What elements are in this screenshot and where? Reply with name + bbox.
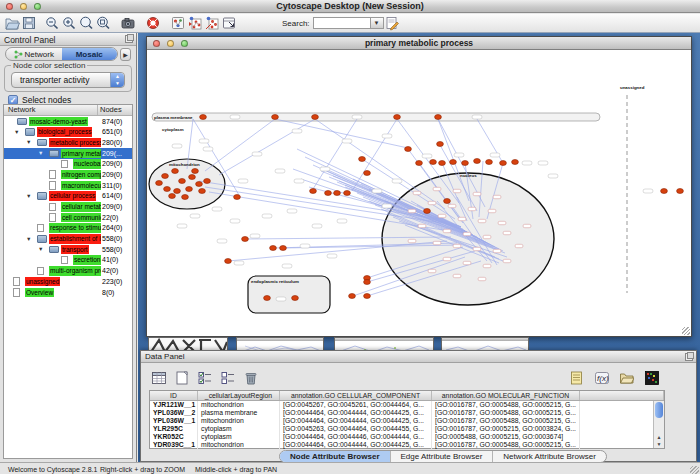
node-label[interactable] xyxy=(548,174,558,178)
zoom-fit-icon[interactable] xyxy=(95,15,112,31)
annotation-icon[interactable] xyxy=(567,368,585,386)
node-label[interactable] xyxy=(523,224,531,227)
table-scrollbar[interactable]: ▲▼ xyxy=(653,401,664,448)
node[interactable] xyxy=(394,115,401,120)
node[interactable] xyxy=(444,199,451,204)
node-label[interactable] xyxy=(438,214,446,217)
minimized-window-thumbnail[interactable] xyxy=(334,337,434,351)
tree-item-biological-process[interactable]: ▼biological_process651(0) xyxy=(4,127,132,138)
network-canvas[interactable]: plasma membranecytoplasmmitochondrionnuc… xyxy=(147,51,691,338)
node-label[interactable] xyxy=(453,274,461,277)
node[interactable] xyxy=(204,179,211,184)
tree-item-macromolecule[interactable]: macromolecule311(0) xyxy=(4,180,132,191)
node-label[interactable] xyxy=(515,244,523,247)
node-label[interactable] xyxy=(503,231,511,234)
node-label[interactable] xyxy=(458,217,466,220)
node-label[interactable] xyxy=(212,207,222,211)
table-row[interactable]: YDR039C__1mitochondrion[GO:0044464, GO:0… xyxy=(150,441,664,449)
node-label[interactable] xyxy=(177,224,187,228)
minimized-window-thumbnail[interactable] xyxy=(236,337,324,351)
minimized-window-thumbnail[interactable] xyxy=(148,337,228,351)
node-label[interactable] xyxy=(282,264,292,268)
node[interactable] xyxy=(430,160,437,165)
node-label[interactable] xyxy=(320,167,330,171)
node-label[interactable] xyxy=(463,232,471,235)
node[interactable] xyxy=(416,161,423,166)
node-label[interactable] xyxy=(408,209,416,212)
node[interactable] xyxy=(359,157,366,162)
node[interactable] xyxy=(272,115,279,120)
zoom-selected-icon[interactable] xyxy=(78,15,95,31)
column-header[interactable]: annotation.GO CELLULAR_COMPONENT xyxy=(280,391,432,400)
node-label[interactable] xyxy=(433,241,441,244)
tree-item-metabolic-process[interactable]: ▼metabolic process280(0) xyxy=(4,137,132,148)
node[interactable] xyxy=(437,142,444,147)
node-label[interactable] xyxy=(342,139,352,143)
node[interactable] xyxy=(661,189,668,194)
node-label[interactable] xyxy=(413,191,421,194)
node[interactable] xyxy=(474,159,481,164)
tree-item-nucleobase-[interactable]: nucleobase-209(0) xyxy=(4,159,132,170)
node[interactable] xyxy=(199,189,206,194)
node[interactable] xyxy=(512,160,519,165)
column-header[interactable]: annotation.GO MOLECULAR_FUNCTION xyxy=(432,391,580,400)
node-label[interactable] xyxy=(292,129,302,133)
node-label[interactable] xyxy=(327,254,337,258)
window-resize-grip[interactable] xyxy=(682,327,690,335)
node[interactable] xyxy=(196,182,203,187)
node-label[interactable] xyxy=(522,161,532,165)
expand-arrow-icon[interactable]: ▼ xyxy=(26,139,31,145)
node[interactable] xyxy=(162,174,169,179)
node-label[interactable] xyxy=(252,152,262,156)
node-label[interactable] xyxy=(443,257,451,260)
close-button[interactable] xyxy=(6,3,13,10)
node[interactable] xyxy=(344,191,351,196)
node-label[interactable] xyxy=(408,239,416,242)
table-row[interactable]: YPL036W__2plasma membrane[GO:0044464, GO… xyxy=(150,409,664,417)
net-minimize-button[interactable] xyxy=(167,40,174,47)
node-label[interactable] xyxy=(454,153,464,157)
node-label[interactable] xyxy=(234,261,244,265)
node-label[interactable] xyxy=(493,249,501,252)
node[interactable] xyxy=(334,191,341,196)
node[interactable] xyxy=(364,294,371,299)
column-header[interactable]: ID xyxy=(150,391,198,400)
tab-mosaic[interactable]: Mosaic xyxy=(62,48,118,60)
zoom-button[interactable] xyxy=(34,3,41,10)
node-label[interactable] xyxy=(483,235,491,238)
node-label[interactable] xyxy=(448,204,456,207)
node[interactable] xyxy=(186,187,193,192)
node-label[interactable] xyxy=(483,264,491,267)
node-label[interactable] xyxy=(294,179,304,183)
minimized-window-thumbnail[interactable] xyxy=(441,337,529,351)
node-label[interactable] xyxy=(490,153,500,157)
node[interactable] xyxy=(349,294,356,299)
net-zoom-button[interactable] xyxy=(181,40,188,47)
node[interactable] xyxy=(435,115,442,120)
expand-arrow-icon[interactable]: ▼ xyxy=(26,193,31,199)
node-label[interactable] xyxy=(498,221,506,224)
node[interactable] xyxy=(364,171,371,176)
tab-network[interactable]: Network xyxy=(6,48,62,60)
node[interactable] xyxy=(450,160,457,165)
import-attributes-icon[interactable] xyxy=(617,368,635,386)
tree-item-cell-communicat[interactable]: cell communicat22(0) xyxy=(4,212,132,223)
column-header[interactable]: _cellularLayoutRegion xyxy=(198,391,280,400)
node[interactable] xyxy=(174,189,181,194)
node-label[interactable] xyxy=(382,134,392,138)
node-label[interactable] xyxy=(473,247,481,250)
node-label[interactable] xyxy=(433,187,441,190)
node[interactable] xyxy=(462,161,469,166)
node-label[interactable] xyxy=(463,261,471,264)
node-label[interactable] xyxy=(352,115,362,119)
node-label[interactable] xyxy=(230,115,240,119)
tree-item-response-to-stimul[interactable]: response to stimul264(0) xyxy=(4,223,132,234)
node-label[interactable] xyxy=(453,244,461,247)
node[interactable] xyxy=(182,195,189,200)
delete-attribute-icon[interactable] xyxy=(241,368,259,386)
node-label[interactable] xyxy=(418,224,426,227)
matrix-icon[interactable] xyxy=(642,368,660,386)
node-label[interactable] xyxy=(230,219,240,223)
node[interactable] xyxy=(192,169,199,174)
node[interactable] xyxy=(486,160,493,165)
